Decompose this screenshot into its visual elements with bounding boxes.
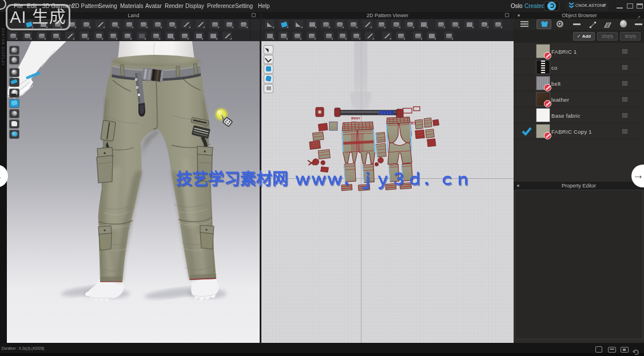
- svg-text:8NNY: 8NNY: [351, 117, 360, 120]
